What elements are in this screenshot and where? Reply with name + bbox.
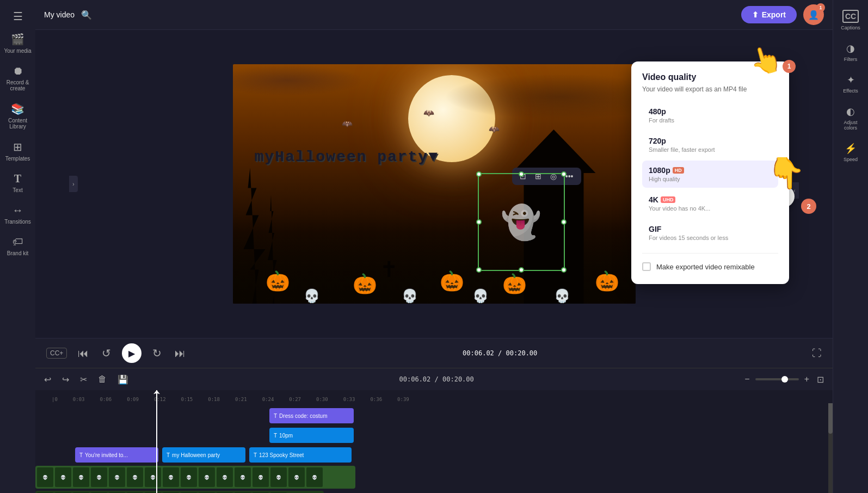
sidebar-item-your-media[interactable]: 🎬 Your media xyxy=(2,28,34,58)
timeline-tracks[interactable]: |0 0:03 0:06 0:09 0:12 0:15 0:18 0:21 0:… xyxy=(35,390,833,493)
video-frame-13: 💀 xyxy=(253,467,269,487)
right-sidebar-effects[interactable]: ✦ Effects xyxy=(834,69,867,99)
skip-back-button[interactable]: ⏮ xyxy=(76,345,91,362)
notification-badge: 1 xyxy=(816,3,825,12)
collapse-left-panel[interactable]: › xyxy=(69,176,78,192)
skip-forward-button[interactable]: ⏭ xyxy=(173,345,188,362)
video-frame-4: 💀 xyxy=(91,467,107,487)
scroll-thumb[interactable] xyxy=(828,401,833,434)
captions-button[interactable]: CC+ xyxy=(46,348,67,359)
zoom-thumb xyxy=(781,376,788,383)
avatar[interactable]: 👤 1 xyxy=(803,4,824,25)
video-frame-6: 💀 xyxy=(127,467,143,487)
sidebar-label-text: Text xyxy=(13,187,22,193)
pumpkin-4: 🎃 xyxy=(502,273,527,295)
text-clip-icon-2: T xyxy=(274,433,277,439)
sidebar-item-templates[interactable]: ⊞ Templates xyxy=(2,136,34,166)
video-canvas[interactable]: ✝ 🎃 🎃 🎃 🎃 🎃 💀 💀 💀 💀 🦇 🦇 🦇 myHalloween xyxy=(233,64,636,304)
quality-label-480p: 480p xyxy=(649,107,772,116)
sidebar-label-your-media: Your media xyxy=(4,48,31,54)
undo-button[interactable]: ↩ xyxy=(42,372,53,387)
clip-invited[interactable]: T You're invited to... xyxy=(75,447,158,463)
quality-option-1080p[interactable]: 1080p HD High quality xyxy=(642,161,778,188)
track-row-2: T 10pm xyxy=(35,426,833,445)
right-sidebar-adjust-colors[interactable]: ◐ Adjustcolors xyxy=(834,100,867,136)
fit-view-button[interactable]: ⊡ xyxy=(815,372,826,387)
forward-button[interactable]: ↻ xyxy=(150,344,164,362)
captions-icon: CC xyxy=(842,10,859,23)
selected-element-overlay[interactable]: 👻 xyxy=(478,173,565,271)
tracks-body: T Dress code: costum T 10pm xyxy=(35,403,833,493)
delete-button[interactable]: 🗑 xyxy=(96,372,109,386)
video-clip-2[interactable]: 💀 💀 💀 💀 💀 💀 💀 💀 💀 💀 💀 xyxy=(35,491,324,493)
clip-dress-code[interactable]: T Dress code: costum xyxy=(269,408,354,423)
quality-desc-4k: Your video has no 4K... xyxy=(649,205,772,212)
sidebar-label-transitions: Transitions xyxy=(4,219,31,225)
track-scrollbar[interactable] xyxy=(828,390,833,493)
quality-option-720p[interactable]: 720p Smaller file, faster export xyxy=(642,131,778,158)
rewind-button[interactable]: ↺ xyxy=(100,344,113,362)
text-clip-icon-3: T xyxy=(79,452,83,458)
topbar: My video 🔍 ⬆ Export 👤 1 xyxy=(35,0,833,30)
quality-desc-480p: For drafts xyxy=(649,117,772,124)
video-frame-8: 💀 xyxy=(163,467,179,487)
effects-label: Effects xyxy=(843,88,858,94)
left-sidebar: ☰ 🎬 Your media ⏺ Record &create 📚 Conten… xyxy=(0,0,35,493)
clip-spooky-street[interactable]: T 123 Spooky Street xyxy=(249,447,352,463)
quality-option-4k[interactable]: 4K UHD Your video has no 4K... xyxy=(642,190,778,217)
fullscreen-button[interactable]: ⛶ xyxy=(812,348,822,359)
captions-label: Captions xyxy=(841,25,860,30)
sidebar-item-text[interactable]: T Text xyxy=(2,168,34,198)
track-row-3: T You're invited to... T my Halloween pa… xyxy=(35,446,833,464)
quality-option-gif[interactable]: GIF For videos 15 seconds or less xyxy=(642,219,778,246)
zoom-control: − + ⊡ xyxy=(742,372,826,387)
remixable-label: Make exported video remixable xyxy=(656,263,755,271)
time-display: 00:06.02 / 00:20.00 xyxy=(196,349,803,357)
filters-icon: ◑ xyxy=(846,42,855,54)
speed-icon: ⚡ xyxy=(845,143,857,155)
sidebar-item-transitions[interactable]: ↔ Transitions xyxy=(2,200,34,229)
remixable-checkbox[interactable] xyxy=(642,262,651,271)
video-title-overlay[interactable]: myHalloween party▼ xyxy=(255,149,439,165)
record-icon: ⏺ xyxy=(13,65,23,77)
pumpkin-1: 🎃 xyxy=(266,270,290,293)
play-button[interactable]: ▶ xyxy=(122,343,141,363)
video-frame-15: 💀 xyxy=(288,467,305,487)
speed-label: Speed xyxy=(844,157,858,162)
video-frame-3: 💀 xyxy=(73,467,89,487)
clip-10pm[interactable]: T 10pm xyxy=(269,428,354,443)
cut-button[interactable]: ✂ xyxy=(78,372,89,387)
quality-desc-720p: Smaller file, faster export xyxy=(649,146,772,153)
quality-desc-gif: For videos 15 seconds or less xyxy=(649,235,772,241)
sidebar-item-brand-kit[interactable]: 🏷 Brand kit xyxy=(2,231,34,261)
quality-label-720p: 720p xyxy=(649,137,772,145)
export-panel-title: Video quality xyxy=(642,72,778,82)
video-frame-16: 💀 xyxy=(306,467,323,487)
zoom-out-button[interactable]: − xyxy=(742,372,752,386)
search-icon[interactable]: 🔍 xyxy=(81,10,92,20)
cursor-badge-1: 1 xyxy=(783,60,796,73)
pumpkin-3: 🎃 xyxy=(440,270,464,293)
zoom-in-button[interactable]: + xyxy=(802,372,811,386)
zoom-slider[interactable] xyxy=(755,378,799,380)
video-frame-7: 💀 xyxy=(145,467,161,487)
clip-halloween-party[interactable]: T my Halloween party xyxy=(162,447,245,463)
export-button[interactable]: ⬆ Export xyxy=(741,6,797,23)
right-sidebar-speed[interactable]: ⚡ Speed xyxy=(834,137,867,168)
text-clip-icon-4: T xyxy=(167,452,170,458)
hamburger-menu[interactable]: ☰ xyxy=(2,4,34,26)
right-sidebar-filters[interactable]: ◑ Filters xyxy=(834,37,867,67)
video-clip-main[interactable]: 💀 💀 💀 💀 💀 💀 💀 💀 💀 💀 💀 xyxy=(35,466,355,489)
your-media-icon: 🎬 xyxy=(11,33,24,46)
video-frame-12: 💀 xyxy=(235,467,251,487)
sidebar-item-content-library[interactable]: 📚 ContentLibrary xyxy=(2,98,34,134)
skeleton-4: 💀 xyxy=(554,288,570,304)
right-sidebar-captions[interactable]: CC Captions xyxy=(834,4,867,36)
quality-option-480p[interactable]: 480p For drafts xyxy=(642,102,778,129)
video-frame-10: 💀 xyxy=(199,467,215,487)
redo-button[interactable]: ↪ xyxy=(60,372,71,387)
quality-label-gif: GIF xyxy=(649,225,772,233)
sidebar-label-templates: Templates xyxy=(5,156,30,162)
sidebar-item-record-create[interactable]: ⏺ Record &create xyxy=(2,60,34,96)
save-button[interactable]: 💾 xyxy=(115,372,131,387)
